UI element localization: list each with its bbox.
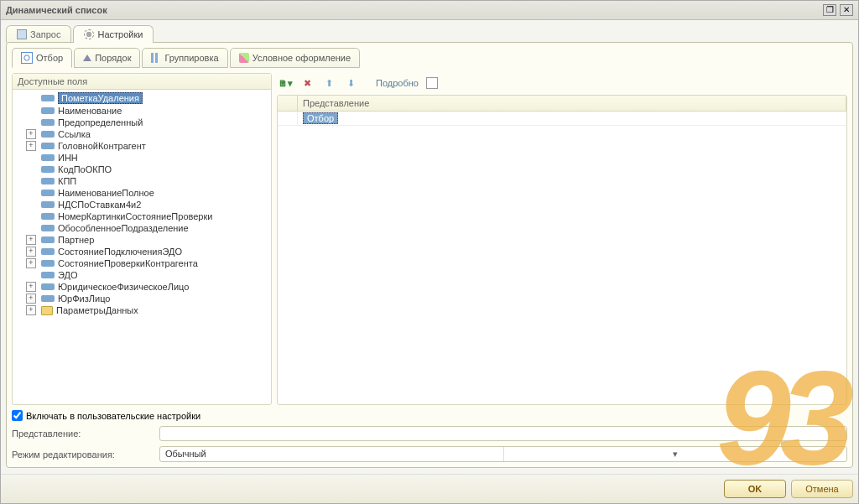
field-label: Ссылка: [58, 129, 91, 139]
tree-row[interactable]: +Ссылка: [13, 128, 271, 140]
field-label: ОбособленноеПодразделение: [58, 223, 189, 233]
table-mode-button[interactable]: [424, 75, 440, 91]
move-down-button[interactable]: ⬇: [342, 75, 359, 91]
field-icon: [41, 131, 55, 138]
tree-row[interactable]: Предопределенный: [13, 117, 271, 128]
expand-icon[interactable]: +: [26, 294, 36, 304]
subtab-label: Отбор: [36, 53, 63, 63]
tree-row[interactable]: +СостояниеПодключенияЭДО: [13, 246, 271, 257]
field-label: ЭДО: [58, 270, 78, 280]
tree-row[interactable]: КодПоОКПО: [13, 164, 271, 175]
include-in-user-settings-checkbox[interactable]: [12, 410, 23, 421]
window-controls: ❐ ✕: [823, 4, 853, 16]
toolbar: 🗎▾ ✖ ⬆ ⬇ Подробно: [277, 73, 847, 95]
tree-row[interactable]: КПП: [13, 175, 271, 187]
field-label: СостояниеПроверкиКонтрагента: [58, 258, 198, 268]
tree-row[interactable]: +ЮридическоеФизическоеЛицо: [13, 281, 271, 293]
field-label: ГоловнойКонтрагент: [58, 141, 146, 151]
filter-icon: [21, 52, 33, 64]
tree-row[interactable]: ПометкаУдаления: [13, 91, 271, 105]
tree-row[interactable]: НомерКартинкиСостояниеПроверки: [13, 210, 271, 222]
subtab-order[interactable]: Порядок: [74, 48, 140, 68]
expand-icon[interactable]: +: [26, 235, 36, 245]
grid-body[interactable]: Отбор: [278, 112, 846, 404]
grid-row[interactable]: Отбор: [278, 112, 846, 126]
tree-row[interactable]: Наименование: [13, 105, 271, 117]
delete-icon: ✖: [304, 78, 311, 89]
close-button[interactable]: ✕: [840, 4, 853, 16]
tree-row[interactable]: +СостояниеПроверкиКонтрагента: [13, 257, 271, 269]
field-icon: [41, 143, 55, 149]
right-pane: 🗎▾ ✖ ⬆ ⬇ Подробно Представление: [277, 73, 847, 405]
field-icon: [41, 201, 55, 208]
tree-row[interactable]: ЭДО: [13, 269, 271, 281]
fields-tree[interactable]: ПометкаУдаленияНаименованиеПредопределен…: [13, 90, 271, 404]
subtab-filter[interactable]: Отбор: [12, 48, 72, 68]
tab-settings[interactable]: Настройки: [73, 25, 154, 43]
field-icon: [41, 295, 55, 302]
tree-row[interactable]: НДСПоСтавкам4и2: [13, 199, 271, 210]
tree-row[interactable]: НаименованиеПолное: [13, 187, 271, 199]
arrow-down-icon: ⬇: [347, 78, 355, 89]
split-panes: Доступные поля ПометкаУдаленияНаименован…: [12, 73, 847, 405]
add-button[interactable]: 🗎▾: [277, 75, 294, 91]
tree-row[interactable]: +Партнер: [13, 234, 271, 246]
field-icon: [41, 213, 55, 220]
panel-settings: Отбор Порядок Группировка Условное оформ…: [6, 42, 853, 468]
field-icon: [41, 178, 55, 184]
field-label: СостояниеПодключенияЭДО: [58, 247, 182, 257]
details-link[interactable]: Подробно: [376, 78, 419, 88]
available-fields-pane: Доступные поля ПометкаУдаленияНаименован…: [12, 73, 272, 405]
sort-icon: [83, 55, 91, 61]
tree-row[interactable]: +ЮрФизЛицо: [13, 293, 271, 304]
group-icon: [151, 53, 161, 63]
grid-header: Представление: [278, 96, 846, 112]
ok-button[interactable]: OK: [724, 480, 786, 498]
expand-icon[interactable]: +: [26, 258, 36, 268]
tree-row[interactable]: +ГоловнойКонтрагент: [13, 140, 271, 152]
tree-row[interactable]: ОбособленноеПодразделение: [13, 222, 271, 234]
main-tabs: Запрос Настройки: [1, 20, 858, 43]
table-icon: [426, 77, 438, 89]
chevron-down-icon: ▾: [503, 447, 847, 461]
expand-icon[interactable]: +: [26, 282, 36, 292]
minimize-button[interactable]: ❐: [823, 4, 836, 16]
field-label: ПараметрыДанных: [56, 305, 138, 315]
expand-icon[interactable]: +: [26, 247, 36, 257]
plus-icon: 🗎▾: [279, 78, 293, 89]
window: Динамический список ❐ ✕ Запрос Настройки…: [0, 0, 859, 504]
subtab-label: Группировка: [164, 53, 218, 63]
tree-row[interactable]: +ПараметрыДанных: [13, 304, 271, 316]
tree-row[interactable]: ИНН: [13, 152, 271, 164]
representation-input[interactable]: [159, 426, 847, 441]
field-icon: [41, 272, 55, 278]
delete-button[interactable]: ✖: [299, 75, 315, 91]
grid-cell-label: Отбор: [298, 112, 343, 125]
subtab-group[interactable]: Группировка: [142, 48, 227, 68]
expand-icon[interactable]: +: [26, 141, 36, 151]
move-up-button[interactable]: ⬆: [320, 75, 337, 91]
field-label: НаименованиеПолное: [58, 188, 154, 198]
grid-row-label: Отбор: [303, 112, 338, 124]
field-icon: [41, 190, 55, 196]
window-title: Динамический список: [6, 5, 107, 15]
representation-row: Представление:: [12, 426, 847, 441]
field-icon: [41, 119, 55, 126]
fields-header: Доступные поля: [13, 74, 271, 90]
subtab-conditional[interactable]: Условное оформление: [230, 48, 360, 68]
edit-mode-select[interactable]: Обычный ▾: [159, 446, 847, 462]
expand-icon[interactable]: +: [26, 305, 36, 315]
cancel-button[interactable]: Отмена: [791, 480, 853, 498]
representation-label: Представление:: [12, 429, 154, 439]
field-label: НДСПоСтавкам4и2: [58, 200, 141, 210]
expand-icon[interactable]: +: [26, 129, 36, 139]
include-in-user-settings-label: Включать в пользовательские настройки: [26, 411, 200, 421]
field-icon: [41, 283, 55, 290]
filter-grid: Представление Отбор: [277, 95, 847, 405]
field-label: Наименование: [58, 106, 122, 116]
titlebar: Динамический список ❐ ✕: [1, 1, 858, 20]
field-label: ИНН: [58, 153, 78, 163]
tab-query[interactable]: Запрос: [6, 25, 71, 43]
field-label: ПометкаУдаления: [58, 92, 143, 104]
folder-icon: [41, 306, 53, 315]
